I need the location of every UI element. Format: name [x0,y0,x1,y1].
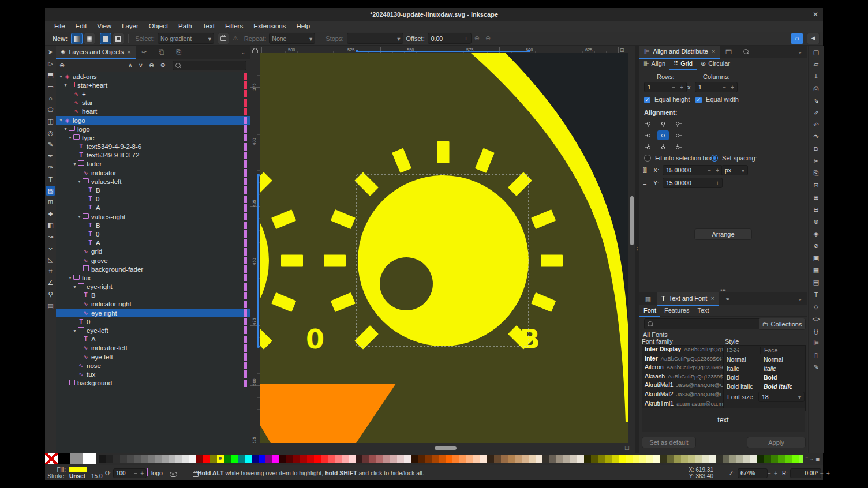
xml-editor-icon[interactable]: <> [809,313,823,324]
palette-swatch[interactable] [148,455,155,463]
layer-color-bar[interactable] [244,274,247,281]
close-tab-icon[interactable]: × [710,295,714,302]
palette-swatch[interactable] [314,455,321,463]
palette-swatch[interactable] [619,455,626,463]
menu-extensions[interactable]: Extensions [249,21,290,32]
decrement-icon[interactable]: − [723,84,726,91]
palette-swatch[interactable] [155,455,162,463]
swatches-icon[interactable]: ◇ [809,301,823,312]
apply-button[interactable]: Apply [747,437,806,448]
layer-row-heart[interactable]: ∿heart [56,107,250,116]
swatch-white[interactable] [83,453,96,464]
palette-swatch[interactable] [293,455,300,463]
palette-swatch[interactable] [335,455,342,463]
palette-swatch[interactable] [356,455,362,463]
clone-icon[interactable]: ◈ [809,228,823,239]
horizontal-scrollbar[interactable] [250,443,635,453]
palette-swatch[interactable] [466,455,473,463]
layer-visibility-icon[interactable] [170,472,177,477]
layer-color-bar[interactable] [244,81,247,89]
palette-swatch[interactable] [279,455,286,463]
layer-row-background-fader[interactable]: background-fader [56,265,250,273]
palette-swatch[interactable] [106,455,113,463]
layer-color-bar[interactable] [244,160,247,168]
palette-swatch[interactable] [231,455,238,463]
palette-swatch[interactable] [605,455,612,463]
expand-arrow-icon[interactable]: ▾ [72,284,77,290]
drawing-canvas[interactable]: 0B [260,53,628,443]
layer-row-grove[interactable]: ∿grove [56,256,250,265]
cut-icon[interactable]: ✂ [809,156,823,167]
palette-swatch[interactable] [626,455,633,463]
layer-row-star[interactable]: ∿star [56,99,250,107]
layer-row-background[interactable]: background [56,379,250,388]
layer-color-bar[interactable] [244,309,247,317]
rows-spinbox[interactable]: 1−+ [644,82,687,92]
style-dialog-tab[interactable]: ✑ [136,48,153,56]
palette-swatch[interactable] [688,455,695,463]
layer-row-indicator-right[interactable]: ∿indicator-right [56,300,250,309]
text-dialog-icon[interactable]: T [809,289,823,300]
subtab-font[interactable]: Font [639,305,660,317]
palette-swatch[interactable] [245,455,252,463]
layer-color-bar[interactable] [244,318,247,325]
palette-swatch[interactable] [383,455,390,463]
palette-swatch[interactable] [328,455,335,463]
palette-swatch[interactable] [182,455,189,463]
fill-swatch[interactable] [69,467,87,472]
font-search-input[interactable] [644,318,761,329]
rotation-increment-icon[interactable]: + [826,470,830,476]
palette-swatch[interactable] [563,455,570,463]
value-letter-0[interactable]: 0 [306,324,324,355]
new-document-icon[interactable]: ▢ [809,47,823,58]
palette-swatch[interactable] [736,455,743,463]
lock-gradient-button[interactable] [218,33,229,44]
increment-icon[interactable]: + [716,167,719,174]
layer-row-0[interactable]: T0 [56,195,250,204]
objects-dialog-tab[interactable]: 🗔 [720,48,737,55]
zoom-selection-icon[interactable]: ⊡ [809,180,823,191]
palette-swatch[interactable] [425,455,432,463]
dock-resize-handle[interactable]: ⋮ [635,46,639,453]
palette-swatch[interactable] [743,455,750,463]
palette-swatch[interactable] [771,455,778,463]
palette-swatch[interactable] [508,455,515,463]
collapse-toolbar-button[interactable]: ◀ [807,33,820,44]
zoom-spinbox[interactable]: 674% [738,468,768,478]
palette-swatch[interactable] [542,455,549,463]
palette-swatch[interactable] [473,455,480,463]
menu-filters[interactable]: Filters [220,21,248,32]
connector-tool[interactable]: ⌗ [46,266,55,276]
tab-text-and-font[interactable]: T Text and Font × [657,292,719,306]
palette-swatch[interactable] [750,455,757,463]
tweak-tool[interactable]: ↝ [46,232,55,242]
layer-row-A[interactable]: TA [56,335,250,344]
subtab-features[interactable]: Features [660,305,693,316]
palette-swatch[interactable] [785,455,792,463]
palette-swatch[interactable] [633,455,639,463]
palette-swatch[interactable] [99,455,106,463]
duplicate-icon[interactable]: ⊕ [809,216,823,227]
palette-swatch[interactable] [452,455,459,463]
layer-row-eye-right[interactable]: ∿eye-right [56,309,250,317]
unit-dropdown[interactable]: px▾ [721,165,748,175]
font-row-AkrutiTml1[interactable]: AkrutiTml1auam avam@oa.m.au L J [642,400,723,409]
layer-color-bar[interactable] [244,73,247,80]
knob-tick[interactable] [437,141,450,163]
palette-swatch[interactable] [778,455,785,463]
layer-color-bar[interactable] [244,196,247,203]
layer-row-eye-right[interactable]: ▾eye-right [56,283,250,291]
braces-icon[interactable]: {} [809,325,823,336]
text-tool[interactable]: T [46,174,55,184]
import-icon[interactable]: ⇘ [809,95,823,106]
palette-swatch[interactable] [432,455,439,463]
print-icon[interactable]: ⎙ [809,83,823,94]
layer-row-B[interactable]: TB [56,221,250,230]
decrement-icon[interactable]: − [708,167,711,174]
palette-swatch[interactable] [307,455,314,463]
expand-arrow-icon[interactable]: ▾ [68,275,73,280]
anchor-bottom-center[interactable] [657,142,669,152]
close-tab-icon[interactable]: × [712,48,715,55]
palette-swatch[interactable] [646,455,653,463]
remove-layer-button[interactable]: ⊖ [149,62,154,69]
